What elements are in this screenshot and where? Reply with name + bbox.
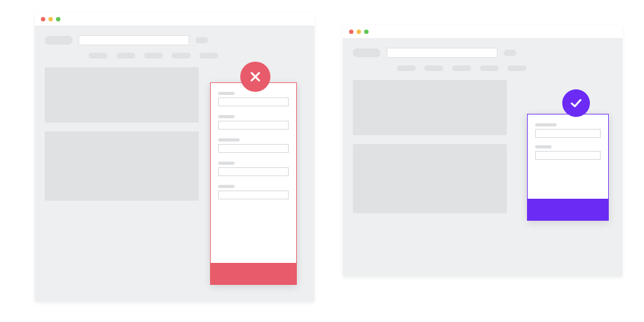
nav-item[interactable] — [425, 65, 443, 71]
nav-item[interactable] — [480, 65, 499, 71]
form-body — [211, 83, 296, 199]
field-input[interactable] — [535, 151, 601, 160]
field-label — [218, 138, 240, 142]
submit-button[interactable] — [211, 263, 296, 284]
submit-button[interactable] — [528, 199, 608, 220]
header-row — [353, 48, 613, 58]
field-input[interactable] — [218, 144, 289, 153]
nav-item[interactable] — [397, 65, 416, 71]
zoom-dot-icon[interactable] — [364, 30, 369, 34]
nav-item[interactable] — [199, 53, 218, 58]
field-label — [218, 115, 235, 118]
search-input[interactable] — [79, 35, 189, 45]
status-badge-good — [562, 89, 590, 117]
nav-row — [353, 65, 613, 71]
check-icon — [569, 96, 584, 111]
nav-item[interactable] — [508, 65, 526, 71]
form-panel-short — [527, 114, 609, 221]
content-block — [45, 131, 199, 201]
window-good-example — [343, 25, 623, 277]
search-input[interactable] — [387, 48, 497, 58]
field-label — [535, 145, 552, 148]
logo-placeholder — [45, 36, 72, 45]
content-block — [353, 144, 507, 213]
form-field — [218, 185, 289, 199]
nav-item[interactable] — [89, 53, 108, 58]
field-label — [535, 123, 557, 126]
nav-item[interactable] — [172, 53, 191, 58]
form-field — [535, 123, 601, 138]
nav-item[interactable] — [452, 65, 471, 71]
field-input[interactable] — [218, 97, 289, 106]
window-bad-example — [35, 13, 314, 302]
zoom-dot-icon[interactable] — [56, 17, 60, 21]
field-label — [218, 162, 235, 165]
field-input[interactable] — [218, 167, 289, 176]
content-block — [353, 80, 507, 135]
close-dot-icon[interactable] — [41, 17, 45, 21]
form-body — [528, 114, 608, 160]
search-button[interactable] — [504, 50, 516, 56]
search-button[interactable] — [196, 37, 208, 43]
form-panel-long — [210, 82, 297, 285]
status-badge-bad — [240, 62, 270, 92]
form-field — [218, 138, 289, 153]
content-block — [45, 67, 199, 123]
form-field — [218, 162, 289, 176]
comparison-diagram — [0, 0, 644, 322]
field-label — [218, 185, 235, 188]
logo-placeholder — [353, 48, 380, 57]
header-row — [45, 35, 304, 45]
field-input[interactable] — [535, 129, 601, 138]
form-field — [535, 145, 601, 160]
form-field — [218, 115, 289, 130]
cross-icon — [248, 70, 262, 84]
field-input[interactable] — [218, 191, 289, 199]
nav-item[interactable] — [116, 53, 135, 58]
title-bar — [35, 13, 314, 26]
title-bar — [343, 25, 623, 39]
field-label — [218, 92, 235, 95]
nav-row — [45, 53, 304, 58]
field-input[interactable] — [218, 121, 289, 130]
form-field — [218, 92, 289, 106]
minimize-dot-icon[interactable] — [357, 30, 361, 34]
close-dot-icon[interactable] — [349, 30, 353, 34]
nav-item[interactable] — [144, 53, 163, 58]
minimize-dot-icon[interactable] — [48, 17, 53, 21]
